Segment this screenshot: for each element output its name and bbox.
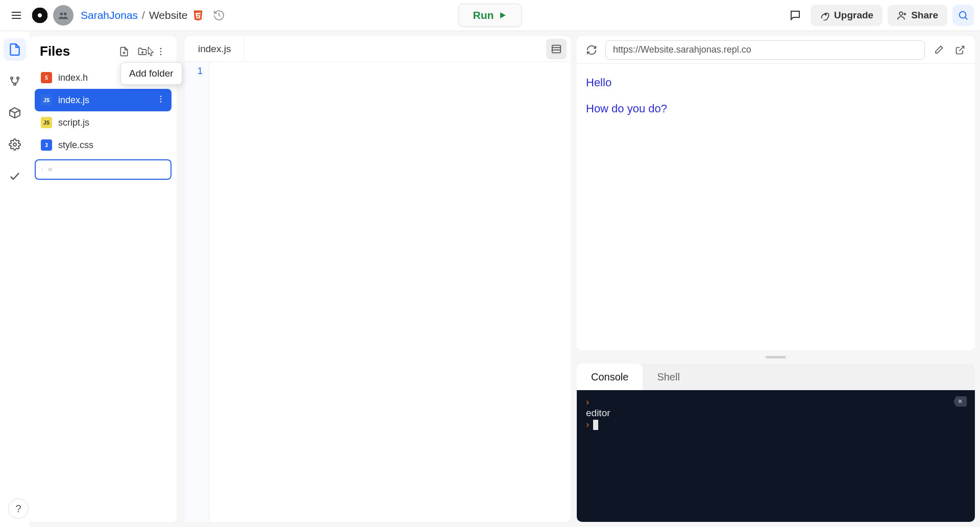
search-button[interactable] [952, 5, 974, 26]
console-panel: Console Shell ✕ › editor › [577, 364, 975, 522]
left-rail [0, 31, 30, 527]
rail-settings-button[interactable] [4, 133, 26, 156]
js-file-icon: JS [41, 94, 52, 106]
files-panel-title: Files [40, 43, 116, 59]
breadcrumb-user-link[interactable]: SarahJonas [81, 9, 138, 21]
preview-url-input[interactable] [605, 40, 925, 60]
check-icon [9, 170, 21, 182]
files-panel: Files Add folder 5 index.h [30, 36, 177, 522]
add-file-button[interactable] [116, 44, 132, 59]
chat-button[interactable] [785, 5, 805, 26]
svg-rect-32 [552, 45, 561, 53]
history-icon [213, 9, 225, 21]
top-right-actions: Upgrade Share [785, 5, 974, 26]
svg-line-9 [219, 15, 220, 16]
editor-tab-label: index.js [198, 43, 231, 55]
run-button[interactable]: Run [458, 4, 522, 27]
branch-icon [9, 75, 21, 87]
editor-panel: index.js 1 [185, 36, 571, 522]
svg-point-18 [17, 77, 19, 79]
code-area[interactable] [209, 62, 571, 522]
rail-files-button[interactable] [4, 38, 26, 61]
console-tab-strip: Console Shell [577, 364, 975, 390]
editor-tab-strip: index.js [185, 36, 571, 62]
svg-marker-10 [500, 12, 506, 18]
file-name-label: index.js [58, 95, 89, 106]
line-number: 1 [185, 66, 203, 77]
svg-point-26 [160, 47, 162, 49]
file-row-more-button[interactable] [156, 94, 165, 106]
top-bar: SarahJonas / Website Run Upgrade Share [0, 0, 980, 31]
preview-line-2: How do you do? [586, 100, 966, 117]
more-vertical-icon [156, 94, 165, 104]
share-label: Share [911, 10, 938, 21]
console-body[interactable]: ✕ › editor › [577, 390, 975, 522]
help-icon: ? [15, 503, 21, 515]
history-button[interactable] [209, 5, 229, 26]
css-file-icon: 3 [41, 139, 52, 151]
right-panel: Hello How do you do? Console Shell ✕ › e… [577, 36, 975, 522]
file-plus-icon [119, 46, 129, 57]
svg-point-29 [160, 95, 161, 97]
file-name-label: index.h [58, 73, 88, 83]
svg-point-28 [160, 54, 162, 55]
file-name-label: script.js [58, 117, 89, 128]
html-file-icon: 5 [41, 72, 52, 83]
svg-point-17 [11, 77, 13, 79]
hamburger-menu-button[interactable] [6, 5, 27, 26]
editor-layout-button[interactable] [546, 39, 567, 59]
svg-point-4 [64, 13, 67, 16]
files-more-button[interactable] [153, 44, 168, 59]
add-folder-button[interactable] [135, 44, 150, 59]
user-plus-icon [897, 10, 907, 20]
files-panel-header: Files Add folder [30, 41, 177, 66]
html5-badge-icon [192, 10, 204, 21]
preview-edit-button[interactable] [931, 42, 946, 58]
editor-body[interactable]: 1 [185, 62, 571, 522]
folder-icon [48, 165, 52, 174]
package-icon [9, 107, 21, 119]
upgrade-button[interactable]: Upgrade [811, 5, 883, 26]
console-tab-shell[interactable]: Shell [643, 364, 694, 390]
panel-resize-handle[interactable] [577, 354, 975, 360]
external-link-icon [955, 45, 965, 55]
editor-tab-index-js[interactable]: index.js [185, 36, 244, 61]
user-avatar[interactable] [53, 5, 74, 26]
svg-point-12 [899, 12, 903, 15]
help-button[interactable]: ? [8, 498, 29, 519]
line-number-gutter: 1 [185, 62, 209, 522]
rail-version-control-button[interactable] [4, 70, 26, 92]
preview-toolbar [577, 36, 975, 64]
js-file-icon: JS [41, 117, 52, 128]
console-tab-console[interactable]: Console [577, 364, 643, 390]
console-output-line: editor [586, 408, 966, 419]
gear-icon [9, 138, 21, 151]
group-icon [58, 10, 69, 21]
file-row-style-css[interactable]: 3 style.css [35, 134, 172, 156]
console-prompt-icon: › [586, 419, 589, 429]
svg-point-11 [825, 14, 827, 15]
search-icon [958, 10, 969, 21]
file-row-script-js[interactable]: JS script.js [35, 111, 172, 134]
console-clear-button[interactable]: ✕ [953, 396, 967, 406]
breadcrumb: SarahJonas / Website [81, 9, 187, 21]
new-folder-name-input[interactable] [57, 164, 165, 175]
preview-open-external-button[interactable] [952, 42, 968, 58]
svg-point-27 [160, 51, 162, 52]
folder-plus-icon [137, 46, 148, 57]
share-button[interactable]: Share [888, 5, 947, 26]
svg-point-15 [960, 12, 966, 18]
rail-packages-button[interactable] [4, 102, 26, 124]
svg-point-21 [13, 143, 16, 146]
replit-logo-icon[interactable] [31, 6, 49, 25]
run-button-label: Run [473, 9, 494, 21]
more-vertical-icon [156, 46, 166, 57]
preview-refresh-button[interactable] [584, 42, 599, 58]
new-folder-input-row[interactable] [35, 159, 172, 180]
pencil-icon [934, 45, 944, 55]
preview-line-1: Hello [586, 74, 966, 91]
file-row-index-js[interactable]: JS index.js [35, 89, 172, 111]
workspace: Files Add folder 5 index.h [0, 31, 980, 527]
svg-point-31 [160, 101, 161, 102]
rail-tests-button[interactable] [4, 165, 26, 187]
